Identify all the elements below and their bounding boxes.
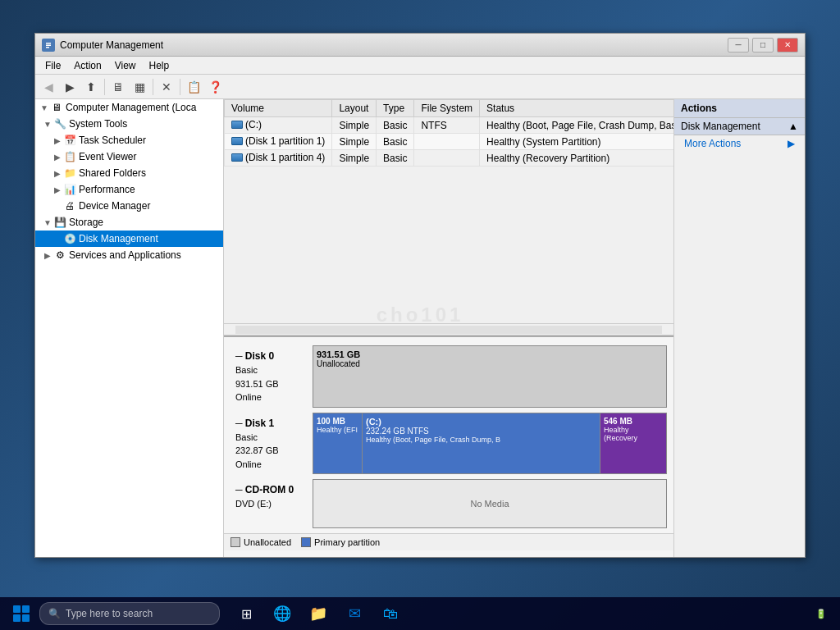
disk-1-row: ─ Disk 1 Basic 232.87 GB Online 100 MB H… [231,413,667,475]
sidebar-item-performance[interactable]: ▶ 📊 Performance [35,181,223,198]
toolbar-separator-3 [180,79,180,95]
disk-0-partition-unallocated[interactable]: 931.51 GB Unallocated [313,346,666,407]
menu-view[interactable]: View [108,58,143,73]
up-button[interactable]: ⬆ [81,78,101,96]
clock-icon: 🔋 [815,609,827,619]
system-tools-label: System Tools [69,118,127,130]
search-placeholder: Type here to search [66,608,153,619]
more-actions-label: More Actions [684,138,741,149]
performance-expand: ▶ [52,184,63,195]
table-row[interactable]: (C:) Simple Basic NTFS Healthy (Boot, Pa… [225,117,674,134]
export-button[interactable]: 📋 [184,78,203,96]
svg-rect-2 [46,44,51,46]
services-icon: ⚙ [53,249,66,262]
menu-help[interactable]: Help [143,58,176,73]
col-type[interactable]: Type [377,100,414,117]
disk-1-primary-partition[interactable]: (C:) 232.24 GB NTFS Healthy (Boot, Page … [363,413,600,474]
vol-name-1: (Disk 1 partition 1) [225,134,332,150]
help-button[interactable]: ❓ [205,78,225,96]
explorer-icon: 📁 [309,605,327,623]
toolbar-separator-1 [104,79,105,95]
taskbar-search[interactable]: 🔍 Type here to search [39,602,220,625]
maximize-button[interactable]: □ [752,38,774,52]
close-button[interactable]: ✕ [777,38,798,52]
mail-icon: ✉ [349,605,361,623]
taskbar-pinned-apps: ⊞ 🌐 📁 ✉ 🛍 [230,599,407,628]
services-apps-label: Services and Applications [69,249,181,261]
disk-0-unalloc-label: Unallocated [317,359,663,368]
start-button[interactable] [7,600,36,627]
task-sched-expand: ▶ [52,135,63,146]
menu-file[interactable]: File [39,58,67,73]
sidebar-item-task-scheduler[interactable]: ▶ 📅 Task Scheduler [35,132,223,148]
sidebar-item-system-tools[interactable]: ▼ 🔧 System Tools [35,116,223,132]
sidebar-item-disk-management[interactable]: 💿 Disk Management [35,231,223,247]
disk-visual-area[interactable]: ─ Disk 0 Basic 931.51 GB Online 931.51 G… [224,336,673,557]
actions-section-disk-management[interactable]: Disk Management ▲ [674,118,805,135]
back-button[interactable]: ◀ [39,78,58,96]
sidebar-item-services-apps[interactable]: ▶ ⚙ Services and Applications [35,247,223,263]
delete-button[interactable]: ✕ [157,78,176,96]
vol-type-0: Basic [377,117,414,134]
col-layout[interactable]: Layout [332,100,377,117]
disk-1-recovery-partition[interactable]: 546 MB Healthy (Recovery [600,413,666,474]
system-tools-expand: ▼ [42,118,53,130]
col-status[interactable]: Status [480,100,673,117]
minimize-button[interactable]: ─ [728,38,749,52]
disk-1-label: ─ Disk 1 Basic 232.87 GB Online [231,413,313,475]
vol-name-2: (Disk 1 partition 4) [225,150,332,167]
legend-unallocated-box [231,537,240,547]
device-manager-label: Device Manager [79,200,150,212]
table-row[interactable]: (Disk 1 partition 1) Simple Basic Health… [225,134,674,150]
sidebar-root-label: Computer Management (Loca [66,102,196,113]
menu-action[interactable]: Action [67,58,107,73]
disk-1-name: ─ Disk 1 [235,416,308,431]
disk-0-size: 931.51 GB [235,377,308,391]
window-controls: ─ □ ✕ [728,38,798,52]
shared-folders-label: Shared Folders [79,167,146,179]
forward-button[interactable]: ▶ [60,78,80,96]
performance-label: Performance [79,184,135,195]
taskbar-store[interactable]: 🛍 [374,599,407,628]
cdrom-0-partitions: No Media [313,479,667,528]
horizontal-scrollbar[interactable] [224,323,673,335]
task-scheduler-icon: 📅 [63,134,76,147]
taskbar-explorer[interactable]: 📁 [302,599,335,628]
vol-status-0: Healthy (Boot, Page File, Crash Dump, Ba… [480,117,673,134]
tray-time[interactable]: 🔋 [809,601,833,626]
disk-1-efi-partition[interactable]: 100 MB Healthy (EFI [313,413,363,474]
shared-folders-icon: 📁 [63,167,76,180]
event-viewer-expand: ▶ [52,151,63,162]
taskbar-mail[interactable]: ✉ [338,599,371,628]
storage-expand: ▼ [42,217,53,228]
disk-0-label: ─ Disk 0 Basic 931.51 GB Online [231,345,313,408]
disk-management-icon: 💿 [63,232,76,245]
col-volume[interactable]: Volume [225,100,332,117]
sidebar-item-storage[interactable]: ▼ 💾 Storage [35,214,223,231]
cdrom-0-row: ─ CD-ROM 0 DVD (E:) No Media [231,479,667,528]
more-actions-link[interactable]: More Actions ▶ [674,135,805,152]
taskbar-edge[interactable]: 🌐 [266,599,299,628]
vol-type-1: Basic [377,134,414,150]
table-row[interactable]: (Disk 1 partition 4) Simple Basic Health… [225,150,674,167]
sidebar-item-shared-folders[interactable]: ▶ 📁 Shared Folders [35,165,223,181]
legend-unallocated: Unallocated [231,537,291,547]
properties-button[interactable]: ▦ [130,78,149,96]
task-scheduler-label: Task Scheduler [79,135,146,146]
sidebar-item-event-viewer[interactable]: ▶ 📋 Event Viewer [35,148,223,165]
col-filesystem[interactable]: File System [414,100,480,117]
event-viewer-icon: 📋 [63,150,76,163]
legend-unallocated-label: Unallocated [244,537,291,547]
svg-rect-3 [46,47,49,48]
menu-bar: File Action View Help [35,57,805,75]
sidebar-root[interactable]: ▼ 🖥 Computer Management (Loca [35,99,223,116]
store-icon: 🛍 [383,605,398,623]
sidebar-item-device-manager[interactable]: 🖨 Device Manager [35,198,223,214]
taskbar-task-view[interactable]: ⊞ [230,599,262,628]
table-scroll[interactable]: Volume Layout Type File System Status [224,99,673,323]
actions-header: Actions [674,99,805,118]
show-hide-button[interactable]: 🖥 [108,78,128,96]
right-panel: Volume Layout Type File System Status [224,99,673,557]
disk-0-name: ─ Disk 0 [235,349,308,363]
cdrom-no-media[interactable]: No Media [313,480,666,527]
